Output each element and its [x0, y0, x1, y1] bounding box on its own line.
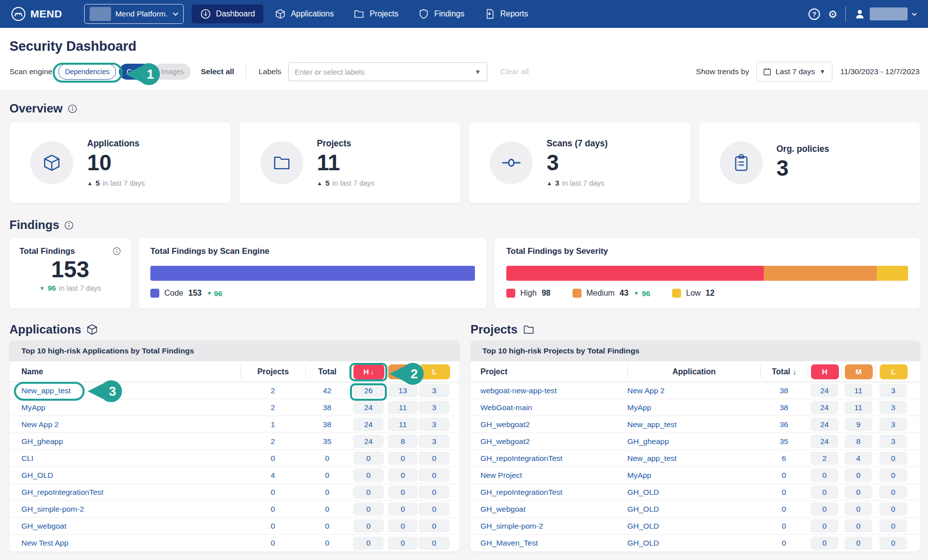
column-header-project[interactable]: Project	[480, 365, 627, 378]
column-header-projects[interactable]: Projects	[240, 365, 305, 378]
low-count-cell[interactable]: 0	[419, 502, 450, 516]
application-link[interactable]: GH_gheapp	[21, 437, 63, 446]
application-link[interactable]: New App 2	[627, 386, 665, 395]
nav-tab-applications[interactable]: Applications	[266, 4, 342, 23]
total-count-cell[interactable]: 0	[760, 471, 808, 480]
info-icon[interactable]	[68, 104, 77, 113]
low-count-cell[interactable]: 0	[879, 468, 907, 482]
application-link[interactable]: GH_webgoat	[21, 522, 66, 530]
medium-count-cell[interactable]: 0	[388, 468, 418, 482]
medium-count-cell[interactable]: 8	[844, 435, 872, 448]
medium-count-cell[interactable]: 11	[388, 418, 418, 431]
medium-count-cell[interactable]: 4	[844, 451, 872, 465]
total-count-cell[interactable]: 38	[305, 420, 349, 429]
application-link[interactable]: GH_simple-pom-2	[21, 505, 84, 513]
medium-count-cell[interactable]: 9	[844, 418, 872, 431]
application-link[interactable]: MyApp	[21, 403, 45, 412]
high-count-cell[interactable]: 0	[353, 537, 384, 550]
total-count-cell[interactable]: 35	[305, 437, 349, 446]
clear-all-link[interactable]: Clear all	[500, 67, 529, 76]
high-count-cell[interactable]: 2	[811, 451, 838, 465]
application-link[interactable]: New_app_test	[627, 420, 677, 429]
projects-count-cell[interactable]: 0	[240, 454, 305, 463]
high-count-cell[interactable]: 24	[811, 384, 838, 397]
high-count-cell[interactable]: 0	[811, 468, 838, 482]
medium-count-cell[interactable]: 0	[388, 485, 418, 499]
project-link[interactable]: GH_webgoat	[480, 505, 525, 513]
low-count-cell[interactable]: 0	[879, 485, 907, 499]
column-header-total[interactable]: Total↓	[760, 365, 808, 378]
project-link[interactable]: GH_repoIntegrationTest	[480, 454, 563, 462]
medium-count-cell[interactable]: 13	[388, 384, 418, 397]
total-count-cell[interactable]: 0	[305, 488, 349, 497]
low-count-cell[interactable]: 0	[879, 451, 907, 465]
info-icon[interactable]	[113, 247, 121, 255]
projects-count-cell[interactable]: 2	[240, 437, 305, 446]
medium-count-cell[interactable]: 0	[844, 485, 872, 499]
total-count-cell[interactable]: 38	[760, 386, 808, 395]
total-count-cell[interactable]: 0	[305, 505, 349, 514]
severity-bar[interactable]	[506, 266, 908, 281]
total-count-cell[interactable]: 0	[760, 539, 808, 548]
high-count-cell[interactable]: 0	[811, 519, 838, 533]
high-count-cell[interactable]: 24	[353, 435, 384, 448]
projects-count-cell[interactable]: 0	[240, 505, 305, 514]
column-header-total[interactable]: Total	[305, 365, 349, 378]
application-link[interactable]: MyApp	[627, 471, 651, 479]
low-count-cell[interactable]: 3	[879, 401, 907, 414]
project-link[interactable]: New Project	[480, 471, 522, 479]
medium-count-cell[interactable]: 0	[388, 537, 418, 550]
projects-count-cell[interactable]: 0	[240, 539, 305, 548]
engine-bar[interactable]	[150, 266, 475, 281]
medium-count-cell[interactable]: 11	[388, 401, 418, 414]
total-count-cell[interactable]: 0	[305, 539, 349, 548]
high-count-cell[interactable]: 24	[811, 435, 838, 448]
total-count-cell[interactable]: 42	[305, 386, 349, 395]
total-count-cell[interactable]: 38	[760, 403, 808, 412]
total-count-cell[interactable]: 38	[305, 403, 349, 412]
medium-count-cell[interactable]: 0	[844, 502, 872, 516]
column-header-low[interactable]: L	[875, 365, 911, 378]
column-header-medium[interactable]: M	[841, 365, 875, 378]
high-count-cell[interactable]: 0	[811, 485, 838, 499]
low-count-cell[interactable]: 0	[879, 502, 907, 516]
severity-segment-high[interactable]	[506, 266, 764, 281]
low-count-cell[interactable]: 3	[879, 435, 907, 448]
column-header-high[interactable]: H↓	[349, 365, 388, 378]
user-menu[interactable]	[854, 7, 917, 20]
projects-count-cell[interactable]: 2	[240, 386, 305, 395]
application-link[interactable]: GH_OLD	[21, 471, 53, 479]
column-header-name[interactable]: Name	[21, 365, 240, 378]
total-count-cell[interactable]: 0	[305, 471, 349, 480]
medium-count-cell[interactable]: 11	[844, 401, 872, 414]
project-link[interactable]: GH_webgoat2	[480, 420, 530, 429]
dropdown-caret-icon[interactable]: ▼	[474, 68, 481, 76]
gear-icon[interactable]: ⚙	[828, 9, 837, 19]
low-count-cell[interactable]: 3	[419, 435, 450, 448]
projects-count-cell[interactable]: 1	[240, 420, 305, 429]
total-count-cell[interactable]: 0	[760, 522, 808, 531]
trend-range-dropdown[interactable]: Last 7 days ▼	[756, 62, 832, 82]
projects-count-cell[interactable]: 0	[240, 488, 305, 497]
nav-tab-dashboard[interactable]: Dashboard	[192, 4, 263, 23]
help-icon[interactable]: ?	[809, 8, 820, 20]
total-count-cell[interactable]: 36	[760, 420, 808, 429]
engine-pill-dependencies[interactable]: Dependencies	[58, 64, 116, 80]
total-count-cell[interactable]: 0	[305, 522, 349, 531]
high-count-cell[interactable]: 0	[353, 502, 384, 516]
total-count-cell[interactable]: 6	[760, 454, 808, 463]
medium-count-cell[interactable]: 0	[844, 519, 872, 533]
nav-tab-projects[interactable]: Projects	[345, 4, 407, 23]
application-link[interactable]: GH_OLD	[627, 488, 659, 496]
project-link[interactable]: GH_repoIntegrationTest	[480, 488, 563, 496]
low-count-cell[interactable]: 0	[419, 468, 450, 482]
high-count-cell[interactable]: 0	[811, 502, 838, 516]
application-link[interactable]: GH_gheapp	[627, 437, 669, 446]
application-link[interactable]: New App 2	[21, 420, 59, 429]
application-link[interactable]: GH_OLD	[627, 539, 659, 547]
high-count-cell[interactable]: 24	[353, 401, 384, 414]
projects-count-cell[interactable]: 2	[240, 403, 305, 412]
nav-tab-findings[interactable]: Findings	[410, 4, 472, 23]
project-link[interactable]: GH_simple-pom-2	[480, 522, 543, 530]
column-header-application[interactable]: Application	[627, 365, 760, 378]
